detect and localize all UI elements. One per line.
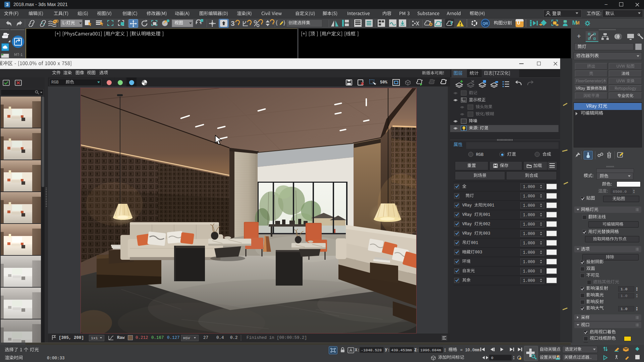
svg-text:3: 3 — [231, 19, 235, 27]
